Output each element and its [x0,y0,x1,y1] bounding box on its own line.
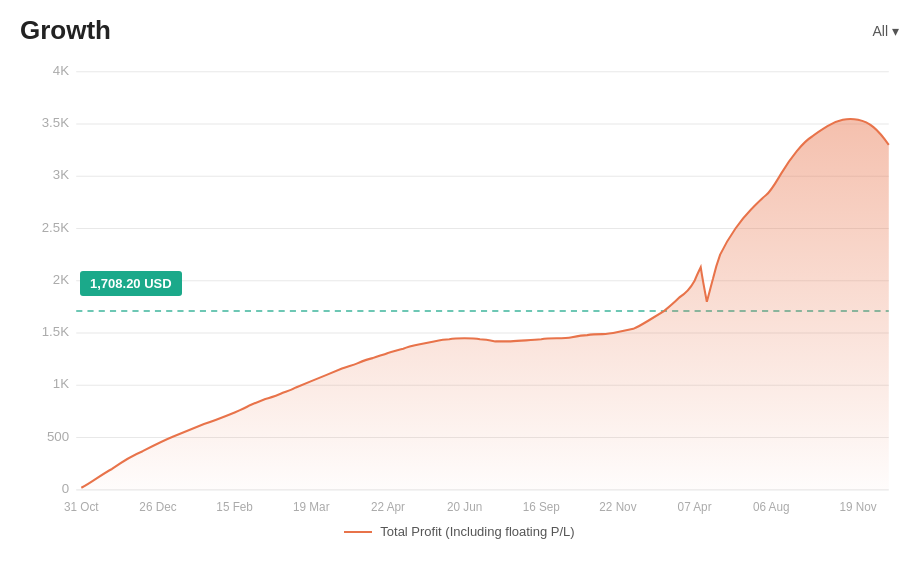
svg-text:1K: 1K [53,376,69,391]
svg-text:0: 0 [62,481,69,496]
svg-text:22 Nov: 22 Nov [599,500,636,514]
svg-text:1.5K: 1.5K [42,324,69,339]
legend-label: Total Profit (Including floating P/L) [380,524,574,539]
growth-chart-container: Growth All ▾ [0,0,919,585]
svg-text:15 Feb: 15 Feb [216,500,253,514]
svg-text:26 Dec: 26 Dec [139,500,176,514]
filter-label: All [872,23,888,39]
tooltip-box: 1,708.20 USD [80,271,182,296]
chevron-down-icon: ▾ [892,23,899,39]
chart-legend: Total Profit (Including floating P/L) [20,524,899,539]
svg-text:31 Oct: 31 Oct [64,500,99,514]
svg-text:22 Apr: 22 Apr [371,500,405,514]
svg-text:19 Nov: 19 Nov [840,500,877,514]
svg-text:4K: 4K [53,63,69,78]
svg-text:20 Jun: 20 Jun [447,500,482,514]
svg-text:16 Sep: 16 Sep [523,500,561,514]
chart-title: Growth [20,15,111,46]
svg-text:19 Mar: 19 Mar [293,500,330,514]
svg-text:500: 500 [47,429,69,444]
tooltip-value: 1,708.20 USD [90,276,172,291]
legend-line-icon [344,531,372,533]
chart-area: 4K 3.5K 3K 2.5K 2K 1.5K 1K 500 0 31 Oct … [20,56,899,516]
svg-text:3K: 3K [53,167,69,182]
chart-header: Growth All ▾ [20,10,899,56]
svg-text:3.5K: 3.5K [42,115,69,130]
filter-button[interactable]: All ▾ [872,23,899,39]
svg-text:2.5K: 2.5K [42,220,69,235]
svg-text:2K: 2K [53,272,69,287]
svg-text:07 Apr: 07 Apr [678,500,712,514]
svg-text:06 Aug: 06 Aug [753,500,790,514]
